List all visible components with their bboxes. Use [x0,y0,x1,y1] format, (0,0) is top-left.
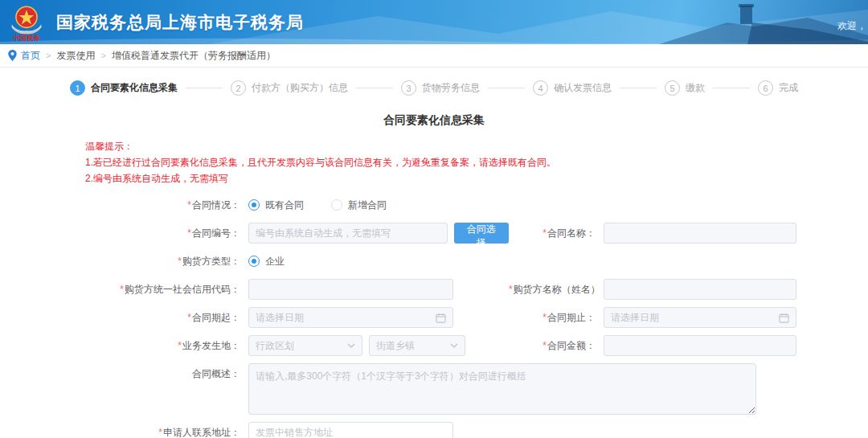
amount-input[interactable] [604,335,796,356]
select-placeholder: 行政区划 [256,339,294,353]
date-placeholder: 请选择日期 [256,311,304,325]
step-connector-line [186,88,223,88]
breadcrumb-separator: > [100,51,105,60]
step-number-badge: 3 [401,80,416,96]
date-end-label: *合同期止： [509,307,604,328]
date-start-picker[interactable]: 请选择日期 [248,307,453,328]
step-connector-line [713,88,750,88]
step-label: 合同要素化信息采集 [91,81,178,95]
contract-select-button[interactable]: 合同选择 [454,223,509,244]
chevron-down-icon [347,343,355,348]
radio-selected-icon [248,199,260,211]
chevron-down-icon [450,343,458,348]
buyer-type-radio-group: 企业 [248,255,312,268]
logo-caption-text: 中国税务 [13,34,40,42]
contract-name-input[interactable] [604,223,796,244]
breadcrumb-home-link[interactable]: 首页 [21,49,40,63]
breadcrumb-invoice-use[interactable]: 发票使用 [56,49,95,63]
contract-no-input[interactable] [248,223,448,244]
buyer-type-label: *购货方类型： [88,251,248,272]
street-select[interactable]: 街道乡镇 [369,335,465,356]
step-2-payer-info: 2 付款方（购买方）信息 [231,80,348,96]
buyer-name-label: *购货方名称（姓名）： [509,279,604,300]
radio-label: 新增合同 [348,199,387,212]
contract-status-radio-group: 既有合同 新增合同 [248,199,414,212]
radio-label: 既有合同 [265,199,304,212]
page-title: 合同要素化信息采集 [0,113,868,128]
site-title: 国家税务总局上海市电子税务局 [56,11,304,34]
radio-selected-icon [248,256,260,267]
select-placeholder: 街道乡镇 [376,339,415,353]
step-number-badge: 5 [665,80,680,96]
date-start-label: *合同期起： [88,307,248,328]
date-placeholder: 请选择日期 [611,311,659,325]
step-label: 完成 [779,81,798,95]
address-input[interactable] [248,422,453,438]
welcome-text: 欢迎， [837,19,866,33]
address-label: *申请人联系地址： [88,422,248,438]
step-label: 确认发票信息 [554,81,612,95]
buyer-code-label: *购货方统一社会信用代码： [88,279,248,300]
contract-no-label: *合同编号： [88,223,248,244]
calendar-icon [436,313,446,323]
summary-label: 合同概述： [88,363,248,384]
step-4-confirm-invoice: 4 确认发票信息 [533,80,612,96]
step-number-badge: 6 [758,80,773,96]
step-number-badge: 1 [70,80,85,96]
step-3-goods-services: 3 货物劳务信息 [401,80,480,96]
date-end-picker[interactable]: 请选择日期 [604,307,796,328]
summary-textarea[interactable] [248,363,756,415]
step-wizard: 1 合同要素化信息采集 2 付款方（购买方）信息 3 货物劳务信息 4 确认发票… [0,80,868,96]
contract-name-label: *合同名称： [509,223,604,244]
radio-new-contract[interactable]: 新增合同 [331,199,387,212]
warm-tips: 温馨提示： 1.若已经进行过合同要素化信息采集，且代开发票内容与该合同信息有关，… [85,139,868,186]
step-1-contract-info: 1 合同要素化信息采集 [70,80,178,96]
contract-status-label: *合同情况： [88,194,248,215]
district-select[interactable]: 行政区划 [248,335,362,356]
tips-line-1: 1.若已经进行过合同要素化信息采集，且代开发票内容与该合同信息有关，为避免重复备… [85,155,868,171]
step-connector-line [620,88,657,88]
breadcrumb-current-page: 增值税普通发票代开（劳务报酬适用） [112,49,276,63]
step-label: 缴款 [686,81,705,95]
header-banner: 中国税务 国家税务总局上海市电子税务局 欢迎， [0,0,868,44]
step-6-complete: 6 完成 [758,80,798,96]
calendar-icon [779,313,789,323]
tips-line-2: 2.编号由系统自动生成，无需填写 [85,171,868,187]
buyer-code-input[interactable] [248,279,453,300]
step-number-badge: 2 [231,80,246,96]
tax-bureau-emblem-logo: 中国税务 [8,3,45,43]
tips-title: 温馨提示： [85,139,868,155]
contract-info-form: *合同情况： 既有合同 新增合同 *合同编号： 合同选择 *合同名称： [88,194,780,438]
step-5-payment: 5 缴款 [665,80,705,96]
step-number-badge: 4 [533,80,548,96]
amount-label: *合同金额： [509,335,604,356]
radio-label: 企业 [265,255,285,268]
radio-enterprise[interactable]: 企业 [248,255,285,268]
buyer-name-input[interactable] [604,279,796,300]
step-connector-line [356,88,393,88]
location-label: *业务发生地： [88,335,248,356]
radio-existing-contract[interactable]: 既有合同 [248,199,304,212]
step-label: 付款方（购买方）信息 [252,81,348,95]
breadcrumb-separator: > [46,51,51,60]
location-pin-icon [8,50,17,61]
radio-unselected-icon [331,199,342,211]
step-label: 货物劳务信息 [422,81,480,95]
step-connector-line [488,88,525,88]
breadcrumb: 首页 > 发票使用 > 增值税普通发票代开（劳务报酬适用） [0,44,868,68]
